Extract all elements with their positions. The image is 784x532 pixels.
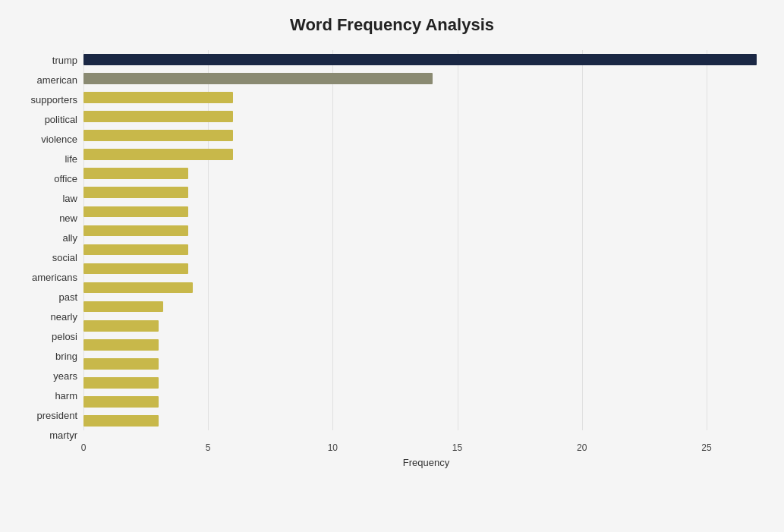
bar-row-nearly (83, 297, 769, 316)
bar-life (83, 149, 233, 160)
bar-law (83, 187, 188, 198)
bar-nearly (83, 301, 163, 313)
y-label-new: new (59, 208, 77, 228)
x-tick-5: 5 (206, 442, 211, 453)
y-label-political: political (45, 109, 77, 129)
bar-row-past (83, 279, 769, 297)
y-axis: trumpamericansupporterspoliticalviolence… (15, 50, 83, 468)
x-axis-label: Frequency (83, 457, 769, 468)
y-label-martyr: martyr (49, 426, 77, 445)
y-label-social: social (52, 247, 77, 267)
y-label-ally: ally (62, 228, 77, 247)
bar-row-harm (83, 373, 769, 392)
chart-container: Word Frequency Analysis trumpamericansup… (0, 0, 784, 532)
bar-office (83, 168, 188, 179)
bar-bring (83, 339, 159, 351)
y-label-president: president (37, 406, 77, 426)
y-label-americans: americans (32, 268, 77, 288)
y-label-past: past (58, 288, 77, 307)
bar-harm (83, 377, 159, 389)
bar-row-social (83, 240, 769, 259)
bar-row-office (83, 164, 769, 183)
bar-ally (83, 225, 188, 237)
bar-social (83, 244, 188, 256)
bar-martyr (83, 415, 159, 427)
y-label-office: office (54, 168, 77, 188)
plot-area: 0510152025 Frequency (83, 50, 769, 468)
bar-american (83, 73, 433, 84)
y-label-life: life (65, 149, 77, 168)
x-tick-15: 15 (452, 442, 462, 453)
y-label-harm: harm (55, 386, 77, 406)
bar-political (83, 111, 233, 122)
x-tick-10: 10 (328, 442, 338, 453)
chart-area: trumpamericansupporterspoliticalviolence… (15, 50, 769, 468)
bar-row-new (83, 202, 769, 221)
y-label-nearly: nearly (51, 307, 77, 327)
bar-row-political (83, 107, 769, 126)
y-label-trump: trump (52, 50, 77, 70)
bar-row-martyr (83, 411, 769, 430)
bar-americans (83, 263, 188, 275)
bar-row-american (83, 69, 769, 88)
bar-supporters (83, 92, 233, 103)
bars-wrapper: 0510152025 (83, 50, 769, 453)
bar-past (83, 282, 193, 294)
bar-pelosi (83, 320, 159, 332)
bar-new (83, 206, 188, 218)
bar-row-americans (83, 260, 769, 279)
bar-row-trump (83, 50, 769, 69)
x-tick-0: 0 (81, 442, 87, 453)
bar-violence (83, 130, 233, 141)
bar-years (83, 358, 159, 370)
y-label-law: law (62, 188, 77, 208)
x-tick-25: 25 (701, 442, 711, 453)
x-axis-ticks: 0510152025 (83, 430, 769, 453)
y-label-bring: bring (55, 347, 77, 367)
bar-row-supporters (83, 88, 769, 107)
y-label-violence: violence (41, 129, 77, 149)
bar-row-life (83, 145, 769, 164)
chart-title: Word Frequency Analysis (15, 15, 769, 35)
bar-president (83, 396, 159, 408)
bar-row-law (83, 183, 769, 202)
bar-row-president (83, 392, 769, 411)
bar-row-years (83, 354, 769, 373)
y-label-years: years (53, 367, 77, 386)
y-label-supporters: supporters (31, 90, 77, 109)
bars-container (83, 50, 769, 430)
bar-row-ally (83, 221, 769, 240)
bar-row-violence (83, 126, 769, 145)
bar-row-bring (83, 335, 769, 354)
y-label-american: american (37, 70, 77, 90)
bar-row-pelosi (83, 316, 769, 335)
bar-trump (83, 54, 757, 65)
x-tick-20: 20 (577, 442, 587, 453)
y-label-pelosi: pelosi (52, 327, 77, 347)
